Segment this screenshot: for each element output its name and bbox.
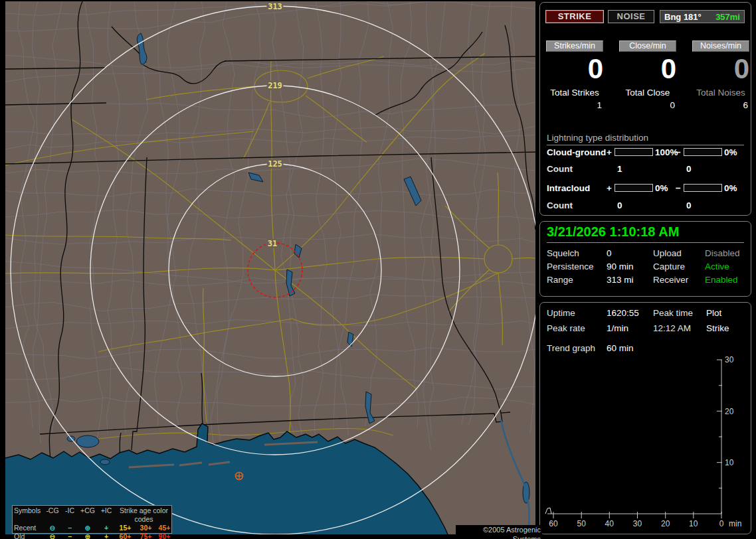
count-label: Count [547,200,573,210]
capture-label: Capture [653,262,685,271]
intracloud-count-row: Count 0 0 [540,200,751,211]
old-neg-ic-icon: − [62,532,78,539]
recent-neg-cg-icon: ⊖ [43,524,62,532]
legend-col-pos-cg: +CG [78,506,98,524]
y-tick-20: 20 [725,407,734,416]
bearing-range-indicator: Bng 181° 357mi [660,10,745,23]
trend-row: Trend graph 60 min [540,343,751,354]
minus-sign: − [676,183,681,193]
legend-age-30: 30+ [136,524,156,532]
capture-value: Active [705,262,729,271]
plus-sign: + [607,147,612,157]
total-noises-value: 6 [743,100,748,110]
peak-time-label: Peak time [653,308,693,318]
trend-graph-label: Trend graph [547,343,595,353]
recent-neg-ic-icon: − [62,524,78,532]
persistence-label: Persistence [547,262,594,271]
x-tick-20: 20 [661,519,670,528]
upload-value: Disabled [705,248,740,258]
receiver-label: Receiver [653,275,688,285]
total-strikes-value: 1 [597,100,602,110]
squelch-value: 0 [607,248,612,258]
range-label: Range [547,275,573,285]
status-panel: 3/21/2026 1:10:18 AM Squelch 0 Upload Di… [539,221,751,297]
cg-plus-pct: 100% [655,147,678,157]
stats-trend-panel: Uptime 1620:55 Peak time Plot Peak rate … [539,302,751,534]
upload-label: Upload [653,248,682,258]
old-pos-ic-icon: + [98,532,115,539]
squelch-label: Squelch [547,248,579,258]
legend-recent-label: Recent [14,524,43,532]
noises-per-min-chip: Noises/min [692,40,749,52]
peak-rate-value: 1/min [607,323,628,333]
copyright-text: ©2005 Astrogenic Systems [456,525,542,534]
nexstorm-window: 313 219 125 31 Symbols -CG -IC +CG +IC S… [0,0,756,539]
ic-minus-count: 0 [686,200,692,210]
x-tick-0: 0 [719,519,724,528]
legend-col-neg-cg: -CG [43,506,62,524]
recent-pos-cg-icon: ⊕ [78,524,98,532]
legend-col-neg-ic: -IC [62,506,78,524]
intracloud-label: Intracloud [547,183,590,193]
cg-minus-bar [684,148,722,156]
total-close-label: Total Close [619,88,676,98]
x-tick-60: 60 [549,519,558,528]
minus-sign: − [676,147,681,157]
legend-symbols-header: Symbols [14,506,43,524]
plot-type-value: Strike [706,323,729,333]
count-label: Count [547,164,573,174]
stats-row: Peak rate 1/min 12:12 AM Strike [540,323,751,335]
cloud-ground-label: Cloud-ground [547,147,606,157]
stats-row: Uptime 1620:55 Peak time Plot [540,308,751,319]
legend-age-90: 90+ [156,532,173,539]
ic-minus-pct: 0% [724,183,737,193]
status-row: Range 313 mi Receiver Enabled [540,275,751,286]
legend-age-15: 15+ [115,524,136,532]
noises-counter: Noises/min 0 Total Noises 6 [692,40,749,115]
ic-plus-pct: 0% [655,183,668,193]
plot-label: Plot [706,308,721,318]
old-pos-cg-icon: ⊕ [78,532,98,539]
ic-plus-bar [614,184,653,192]
trend-graph-value: 60 min [607,343,634,353]
separator [547,242,744,243]
x-axis-unit: min [729,519,741,528]
cg-plus-count: 1 [617,164,622,174]
ring-label-125: 125 [268,159,282,169]
range-value: 313 mi [607,275,634,285]
legend-age-45: 45+ [156,524,173,532]
cloud-ground-count-row: Count 1 0 [540,164,751,175]
x-tick-30: 30 [633,519,642,528]
close-counter: Close/min 0 Total Close 0 [619,40,676,115]
total-close-value: 0 [670,100,675,110]
y-tick-30: 30 [725,355,734,364]
plus-sign: + [607,183,612,193]
lightning-map[interactable]: 313 219 125 31 Symbols -CG -IC +CG +IC S… [5,1,535,534]
total-strikes-label: Total Strikes [546,88,603,98]
peak-time-value: 12:12 AM [653,323,691,333]
legend-col-pos-ic: +IC [98,506,115,524]
close-rate-value: 0 [661,54,676,84]
strike-toggle-button[interactable]: STRIKE [545,10,604,23]
distribution-underline [547,145,744,145]
noise-toggle-button[interactable]: NOISE [608,10,654,23]
receiver-value: Enabled [705,275,738,285]
legend-age-60: 60+ [115,532,136,539]
ic-plus-count: 0 [617,200,622,210]
ring-label-219: 219 [268,81,282,90]
noises-rate-value: 0 [734,54,749,84]
cg-minus-count: 0 [686,164,692,174]
bearing-value: Bng 181° [664,12,702,22]
status-row: Squelch 0 Upload Disabled [540,248,751,260]
cg-plus-bar [614,148,653,156]
legend-age-header: Strike age color codes [115,506,173,524]
strikes-counter: Strikes/min 0 Total Strikes 1 [546,40,603,115]
cg-minus-pct: 0% [724,147,737,157]
x-tick-40: 40 [605,519,614,528]
old-neg-cg-icon: ⊖ [43,532,62,539]
distance-value: 357mi [715,12,740,22]
distribution-title: Lightning type distribution [547,133,648,143]
strikes-per-min-chip: Strikes/min [546,40,603,52]
x-tick-10: 10 [689,519,698,528]
legend-old-label: Old [14,532,43,539]
